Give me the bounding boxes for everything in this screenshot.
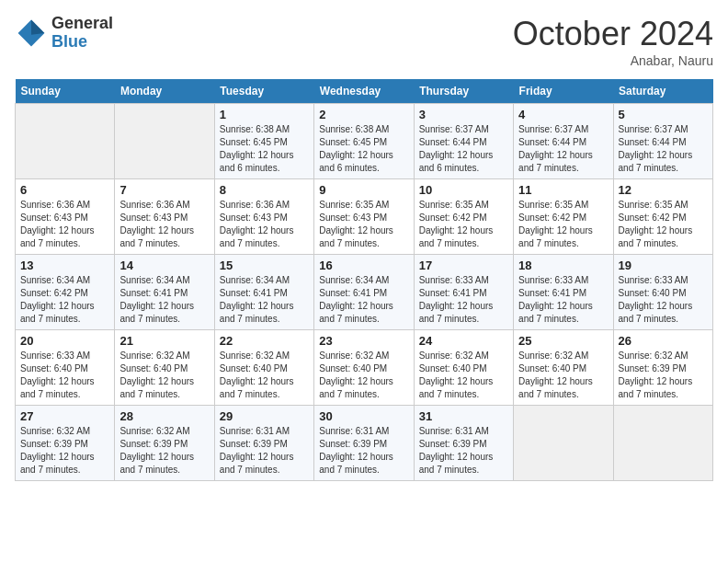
day-number: 16 [319,259,408,272]
calendar-cell: 5Sunrise: 6:37 AM Sunset: 6:44 PM Daylig… [613,104,712,179]
day-number: 24 [419,334,508,348]
calendar-cell: 27Sunrise: 6:32 AM Sunset: 6:39 PM Dayli… [16,406,115,481]
day-info: Sunrise: 6:36 AM Sunset: 6:43 PM Dayligh… [119,199,209,250]
day-number: 8 [220,183,309,197]
day-info: Sunrise: 6:38 AM Sunset: 6:45 PM Dayligh… [319,123,408,175]
calendar-cell: 8Sunrise: 6:36 AM Sunset: 6:43 PM Daylig… [214,179,313,255]
calendar-cell: 14Sunrise: 6:34 AM Sunset: 6:41 PM Dayli… [115,255,214,330]
day-info: Sunrise: 6:32 AM Sunset: 6:39 PM Dayligh… [119,425,209,477]
day-info: Sunrise: 6:37 AM Sunset: 6:44 PM Dayligh… [619,123,708,175]
calendar-cell: 25Sunrise: 6:32 AM Sunset: 6:40 PM Dayli… [514,330,613,406]
calendar-cell: 20Sunrise: 6:33 AM Sunset: 6:40 PM Dayli… [16,330,115,406]
day-number: 15 [220,259,309,272]
day-number: 23 [319,334,408,348]
day-info: Sunrise: 6:35 AM Sunset: 6:42 PM Dayligh… [419,199,508,250]
calendar-cell: 17Sunrise: 6:33 AM Sunset: 6:41 PM Dayli… [414,255,513,330]
day-info: Sunrise: 6:34 AM Sunset: 6:41 PM Dayligh… [119,274,209,326]
day-number: 12 [619,183,708,197]
day-number: 18 [518,259,608,272]
day-number: 2 [319,108,408,121]
day-number: 5 [619,108,708,121]
day-number: 28 [119,409,209,423]
weekday-header-friday: Friday [514,79,613,104]
day-info: Sunrise: 6:38 AM Sunset: 6:45 PM Dayligh… [220,123,309,175]
day-number: 25 [518,334,608,348]
calendar-cell: 21Sunrise: 6:32 AM Sunset: 6:40 PM Dayli… [115,330,214,406]
day-info: Sunrise: 6:31 AM Sunset: 6:39 PM Dayligh… [319,425,408,477]
day-info: Sunrise: 6:33 AM Sunset: 6:41 PM Dayligh… [518,274,608,326]
day-number: 7 [119,183,209,197]
day-info: Sunrise: 6:32 AM Sunset: 6:40 PM Dayligh… [220,350,309,401]
title-area: October 2024 Anabar, Nauru [513,15,713,68]
day-info: Sunrise: 6:32 AM Sunset: 6:40 PM Dayligh… [419,350,508,401]
day-number: 26 [619,334,708,348]
calendar-cell: 3Sunrise: 6:37 AM Sunset: 6:44 PM Daylig… [414,104,513,179]
calendar-cell: 13Sunrise: 6:34 AM Sunset: 6:42 PM Dayli… [16,255,115,330]
calendar-cell: 31Sunrise: 6:31 AM Sunset: 6:39 PM Dayli… [414,406,513,481]
day-info: Sunrise: 6:35 AM Sunset: 6:43 PM Dayligh… [319,199,408,250]
day-info: Sunrise: 6:33 AM Sunset: 6:40 PM Dayligh… [619,274,708,326]
day-info: Sunrise: 6:32 AM Sunset: 6:40 PM Dayligh… [518,350,608,401]
day-number: 10 [419,183,508,197]
day-info: Sunrise: 6:35 AM Sunset: 6:42 PM Dayligh… [518,199,608,250]
weekday-header-tuesday: Tuesday [214,79,313,104]
calendar-row-1: 6Sunrise: 6:36 AM Sunset: 6:43 PM Daylig… [16,179,713,255]
calendar-cell: 28Sunrise: 6:32 AM Sunset: 6:39 PM Dayli… [115,406,214,481]
day-info: Sunrise: 6:34 AM Sunset: 6:41 PM Dayligh… [220,274,309,326]
day-info: Sunrise: 6:31 AM Sunset: 6:39 PM Dayligh… [419,425,508,477]
calendar-cell: 15Sunrise: 6:34 AM Sunset: 6:41 PM Dayli… [214,255,313,330]
day-number: 3 [419,108,508,121]
day-info: Sunrise: 6:33 AM Sunset: 6:40 PM Dayligh… [20,350,109,401]
header: General Blue October 2024 Anabar, Nauru [15,15,713,68]
calendar-cell: 23Sunrise: 6:32 AM Sunset: 6:40 PM Dayli… [314,330,414,406]
calendar-cell: 6Sunrise: 6:36 AM Sunset: 6:43 PM Daylig… [16,179,115,255]
calendar-cell: 16Sunrise: 6:34 AM Sunset: 6:41 PM Dayli… [314,255,414,330]
day-number: 20 [20,334,109,348]
month-title: October 2024 [513,15,713,53]
day-info: Sunrise: 6:33 AM Sunset: 6:41 PM Dayligh… [419,274,508,326]
calendar-table: SundayMondayTuesdayWednesdayThursdayFrid… [15,79,713,481]
day-number: 27 [20,409,109,423]
day-number: 11 [518,183,608,197]
day-number: 19 [619,259,708,272]
day-number: 13 [20,259,109,272]
day-info: Sunrise: 6:32 AM Sunset: 6:40 PM Dayligh… [119,350,209,401]
calendar-cell [613,406,712,481]
calendar-cell: 2Sunrise: 6:38 AM Sunset: 6:45 PM Daylig… [314,104,414,179]
calendar-row-2: 13Sunrise: 6:34 AM Sunset: 6:42 PM Dayli… [16,255,713,330]
calendar-cell: 18Sunrise: 6:33 AM Sunset: 6:41 PM Dayli… [514,255,613,330]
calendar-cell [514,406,613,481]
day-number: 29 [220,409,309,423]
day-info: Sunrise: 6:35 AM Sunset: 6:42 PM Dayligh… [619,199,708,250]
day-number: 22 [220,334,309,348]
calendar-cell: 24Sunrise: 6:32 AM Sunset: 6:40 PM Dayli… [414,330,513,406]
day-info: Sunrise: 6:34 AM Sunset: 6:41 PM Dayligh… [319,274,408,326]
weekday-header-sunday: Sunday [16,79,115,104]
day-number: 9 [319,183,408,197]
calendar-cell: 22Sunrise: 6:32 AM Sunset: 6:40 PM Dayli… [214,330,313,406]
logo-general-text: General [51,15,113,33]
day-info: Sunrise: 6:31 AM Sunset: 6:39 PM Dayligh… [220,425,309,477]
calendar-cell: 12Sunrise: 6:35 AM Sunset: 6:42 PM Dayli… [613,179,712,255]
day-info: Sunrise: 6:36 AM Sunset: 6:43 PM Dayligh… [20,199,109,250]
day-number: 17 [419,259,508,272]
calendar-cell [115,104,214,179]
logo: General Blue [15,15,113,52]
day-info: Sunrise: 6:36 AM Sunset: 6:43 PM Dayligh… [220,199,309,250]
weekday-header-wednesday: Wednesday [314,79,414,104]
day-number: 30 [319,409,408,423]
weekday-header-monday: Monday [115,79,214,104]
calendar-cell: 9Sunrise: 6:35 AM Sunset: 6:43 PM Daylig… [314,179,414,255]
calendar-cell: 26Sunrise: 6:32 AM Sunset: 6:39 PM Dayli… [613,330,712,406]
day-info: Sunrise: 6:32 AM Sunset: 6:40 PM Dayligh… [319,350,408,401]
calendar-cell: 30Sunrise: 6:31 AM Sunset: 6:39 PM Dayli… [314,406,414,481]
weekday-header-row: SundayMondayTuesdayWednesdayThursdayFrid… [16,79,713,104]
day-number: 14 [119,259,209,272]
calendar-cell: 4Sunrise: 6:37 AM Sunset: 6:44 PM Daylig… [514,104,613,179]
logo-blue-text: Blue [51,33,113,52]
day-number: 1 [220,108,309,121]
calendar-cell: 19Sunrise: 6:33 AM Sunset: 6:40 PM Dayli… [613,255,712,330]
calendar-cell: 10Sunrise: 6:35 AM Sunset: 6:42 PM Dayli… [414,179,513,255]
day-info: Sunrise: 6:37 AM Sunset: 6:44 PM Dayligh… [419,123,508,175]
day-number: 4 [518,108,608,121]
